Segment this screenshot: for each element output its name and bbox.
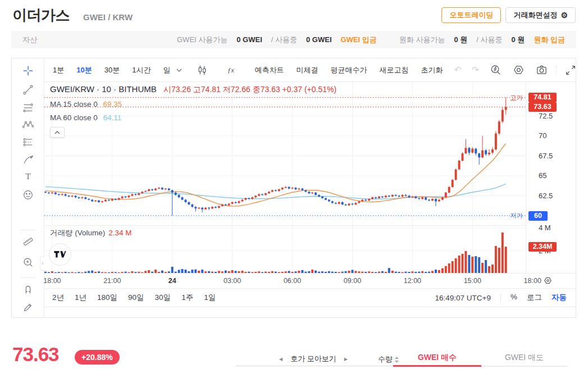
range-button[interactable]: 1주 bbox=[181, 293, 193, 303]
fullscreen-icon[interactable] bbox=[559, 64, 582, 76]
fib-lines-icon[interactable] bbox=[20, 100, 36, 116]
legend-symbol: GWEI/KRW · 10 · BITHUMB bbox=[50, 84, 157, 94]
asset-value: GWEI 사용가능 bbox=[177, 35, 227, 45]
pane-divider[interactable] bbox=[44, 225, 526, 226]
price-axis[interactable]: 72.57067.56562.5고가74.8173.63저가604 M2 M2.… bbox=[526, 82, 576, 273]
range-button[interactable]: 1년 bbox=[75, 293, 86, 303]
scale-button[interactable]: % bbox=[510, 293, 517, 303]
volume-tick: 4 M bbox=[539, 224, 564, 233]
low-price-label: 저가 bbox=[506, 212, 523, 220]
sell-tab-underline bbox=[481, 366, 567, 367]
toolbar-right-group bbox=[484, 63, 582, 76]
range-button[interactable]: 90일 bbox=[128, 293, 144, 303]
page-title: 이더가스 bbox=[12, 6, 70, 25]
xabcd-pattern-icon[interactable] bbox=[20, 117, 36, 133]
high-price-badge: 74.81 bbox=[528, 93, 557, 102]
high-price-label: 고가 bbox=[506, 94, 523, 102]
toolbar-button[interactable]: 예측차트 bbox=[248, 65, 290, 75]
volume-value: 2.34 M bbox=[108, 229, 131, 237]
toolbar-button[interactable]: 평균매수가 bbox=[324, 65, 373, 75]
right-arrow-icon[interactable]: ▶ bbox=[344, 357, 348, 362]
chart-widget: T‹ 1분10분30분1시간일ƒx예측차트미체결평균매수가새로고침초기화↶↷ G… bbox=[11, 58, 576, 318]
range-button[interactable]: 30일 bbox=[155, 293, 171, 303]
tab-buy[interactable]: GWEI 매수 bbox=[393, 353, 481, 363]
asset-bar: 자산 GWEI 사용가능0 GWEI/ 사용중0 GWEIGWEI 입금원화 사… bbox=[11, 31, 576, 48]
asset-value: 0 GWEI bbox=[306, 35, 332, 44]
interval-button[interactable]: 일 bbox=[157, 65, 176, 75]
trend-line-icon[interactable] bbox=[20, 82, 36, 98]
tradingview-logo[interactable] bbox=[49, 243, 71, 266]
redo-icon[interactable]: ↷ bbox=[467, 65, 484, 75]
time-tick: 03:00 bbox=[219, 277, 246, 285]
scale-button[interactable]: 로그 bbox=[527, 293, 542, 303]
price-tick: 67.5 bbox=[539, 152, 564, 161]
price-tick: 70 bbox=[539, 131, 564, 140]
crosshair-icon[interactable] bbox=[20, 63, 36, 79]
interval-button[interactable]: 30분 bbox=[98, 65, 126, 75]
divider bbox=[236, 366, 393, 366]
toolbar-button[interactable]: 미체결 bbox=[290, 65, 324, 75]
left-arrow-icon[interactable]: ◀ bbox=[279, 357, 282, 362]
asset-value: / 사용중 bbox=[271, 35, 297, 45]
time-tick: 06:00 bbox=[279, 277, 306, 285]
ma60-value: 64.11 bbox=[103, 113, 122, 122]
magnet-icon[interactable] bbox=[20, 281, 36, 297]
ma60-label: MA 60 close 0 bbox=[50, 113, 98, 122]
change-badge: +20.88% bbox=[75, 350, 120, 365]
divider bbox=[500, 294, 501, 302]
autotrading-button[interactable]: 오토트레이딩 bbox=[441, 7, 501, 23]
last-price: 73.63 bbox=[12, 343, 59, 366]
chart-settings-icon[interactable] bbox=[507, 63, 530, 76]
legend-ohlc: 시73.26 고74.81 저72.66 종73.63 +0.37 (+0.51… bbox=[163, 85, 336, 94]
deposit-link[interactable]: 원화 입금 bbox=[534, 35, 565, 45]
ma15-label: MA 15 close 0 bbox=[50, 100, 98, 108]
range-button[interactable]: 2년 bbox=[52, 293, 64, 303]
fx-indicators-icon[interactable]: ƒx bbox=[219, 64, 243, 76]
flash-search-icon[interactable] bbox=[484, 63, 507, 76]
time-tick: 21:00 bbox=[99, 277, 126, 285]
ruler-icon[interactable] bbox=[20, 234, 36, 249]
camera-icon[interactable] bbox=[530, 63, 553, 76]
deposit-link[interactable]: GWEI 입금 bbox=[341, 35, 377, 45]
time-tick: 18:00 bbox=[39, 277, 66, 285]
undo-icon[interactable]: ↶ bbox=[449, 65, 466, 75]
asset-label: 자산 bbox=[22, 35, 37, 45]
time-tick: 09:00 bbox=[339, 277, 366, 285]
forecast-icon[interactable] bbox=[20, 134, 36, 150]
tab-sell[interactable]: GWEI 매도 bbox=[481, 353, 567, 363]
toolbar-button[interactable]: 새로고침 bbox=[373, 65, 414, 75]
pencil-icon[interactable] bbox=[20, 299, 36, 315]
interval-button[interactable]: 1시간 bbox=[126, 65, 157, 75]
chart-toolbar: 1분10분30분1시간일ƒx예측차트미체결평균매수가새로고침초기화↶↷ bbox=[44, 58, 576, 82]
toolbar-divider bbox=[20, 277, 36, 278]
scale-button[interactable]: 자동 bbox=[551, 293, 567, 303]
range-button[interactable]: 1일 bbox=[204, 293, 216, 303]
clock[interactable]: 16:49:07 UTC+9 bbox=[435, 294, 491, 302]
quantity-label: 수량 bbox=[378, 354, 393, 365]
time-tick: 24 bbox=[159, 277, 186, 285]
time-axis-settings-icon[interactable] bbox=[543, 276, 553, 287]
zoom-in-icon[interactable] bbox=[20, 254, 36, 270]
page-header: 이더가스 GWEI / KRW 오토트레이딩 거래화면설정 ⚙ bbox=[0, 0, 588, 31]
interval-button[interactable]: 1분 bbox=[47, 65, 70, 75]
interval-button[interactable]: 10분 bbox=[70, 65, 98, 75]
range-button[interactable]: 180일 bbox=[97, 293, 117, 303]
toolbar-divider bbox=[556, 65, 557, 75]
asset-value: 0 GWEI bbox=[236, 35, 262, 44]
screen-settings-button[interactable]: 거래화면설정 ⚙ bbox=[505, 7, 576, 23]
candlestick-icon[interactable] bbox=[191, 64, 213, 76]
price-tick: 65 bbox=[539, 171, 564, 180]
buy-tab-underline bbox=[393, 365, 481, 367]
volume-legend: 거래량 (Volume)2.34 M bbox=[50, 228, 132, 238]
time-axis[interactable]: 18:0021:002403:0006:0009:0012:0015:0018:… bbox=[44, 273, 577, 288]
orderbook-collapse-label: 호가 모아보기 bbox=[290, 354, 336, 364]
legend-collapse-button[interactable] bbox=[50, 127, 65, 138]
gear-icon: ⚙ bbox=[560, 11, 568, 19]
orderbook-collapse-button[interactable]: ◀ 호가 모아보기 ▶ bbox=[240, 354, 386, 364]
chevron-down-icon[interactable] bbox=[176, 69, 185, 72]
brush-icon[interactable] bbox=[20, 152, 36, 167]
emoji-icon[interactable] bbox=[20, 187, 36, 203]
price-tick: 62.5 bbox=[539, 192, 564, 201]
text-icon[interactable]: T bbox=[20, 168, 36, 184]
toolbar-button[interactable]: 초기화 bbox=[414, 65, 449, 75]
